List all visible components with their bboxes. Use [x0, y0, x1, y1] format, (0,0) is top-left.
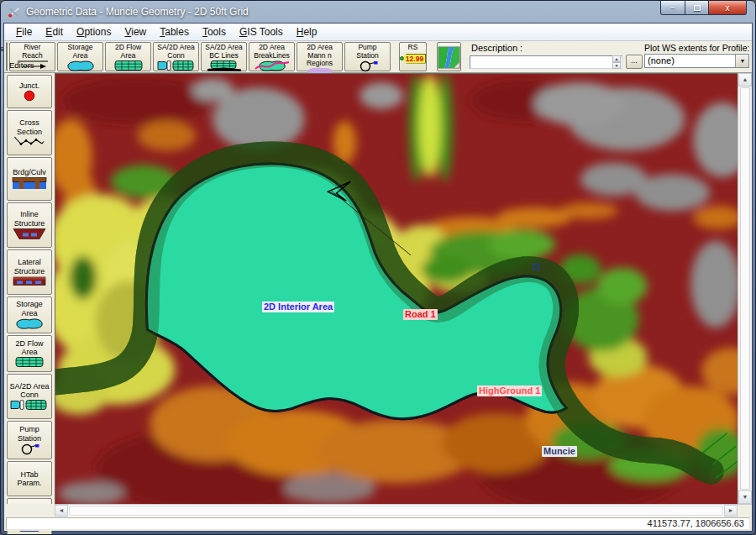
- sidebar-button-label: Pump Station: [18, 425, 41, 443]
- toolbar-button-label: Storage Area: [68, 44, 93, 60]
- description-label: Description :: [470, 42, 643, 54]
- toolbar-button-2d-flow-area[interactable]: 2D Flow Area: [105, 42, 151, 71]
- chevron-down-icon[interactable]: ▼: [735, 55, 748, 67]
- sidebar-button-2d-flow-area[interactable]: 2D Flow Area: [7, 335, 52, 372]
- toolbar-button-label: Pump Station: [356, 44, 378, 60]
- caption-buttons: – x: [660, 1, 747, 15]
- rs-value: 12.99: [403, 54, 426, 64]
- scroll-right-arrow[interactable]: ►: [724, 505, 738, 517]
- storage-area-icon: [63, 60, 98, 72]
- description-spinner[interactable]: ▲▼: [612, 55, 621, 66]
- toolbar-button-label: SA/2D Area BC Lines: [205, 44, 242, 60]
- sidebar-button-brdg-culv[interactable]: Brdg/Culv: [7, 157, 52, 201]
- corner-editors-label: Editors: [9, 60, 34, 70]
- sidebar-button-label: Brdg/Culv: [13, 168, 46, 176]
- junct-icon: [17, 90, 42, 102]
- title-bar: Geometric Data - Muncie Geometry - 2D 50…: [1, 1, 755, 23]
- description-expand-button[interactable]: ...: [626, 55, 643, 69]
- toolbar: Tools Editors River ReachStorage Area2D …: [4, 41, 752, 73]
- minimize-button[interactable]: –: [660, 1, 685, 15]
- toolbar-button-2d-breaklines[interactable]: 2D Area BreakLines: [249, 42, 295, 71]
- corner-tools-label: Tools: [0, 44, 3, 53]
- pump-station-icon: [351, 60, 385, 72]
- 2d-breaklines-icon: [254, 60, 291, 72]
- map-label-muncie: Muncie: [542, 446, 577, 457]
- toolbar-button-storage-area[interactable]: Storage Area: [57, 42, 103, 71]
- sidebar-button-label: Lateral Structure: [14, 258, 45, 275]
- vertical-scroll-thumb[interactable]: [740, 87, 750, 490]
- sidebar-button-label: 2D Flow Area: [15, 339, 43, 357]
- map-label-highground-1: HighGround 1: [477, 386, 542, 396]
- menu-item-gis-tools[interactable]: GIS Tools: [233, 24, 290, 39]
- pump-station-icon: [13, 443, 46, 455]
- maximize-button[interactable]: [685, 1, 709, 15]
- menu-item-options[interactable]: Options: [70, 24, 118, 39]
- scroll-down-arrow[interactable]: ▼: [738, 490, 752, 504]
- toolbar-buttons: River ReachStorage Area2D Flow AreaSA/2D…: [9, 42, 391, 71]
- rs-tag-icon: 12.99: [400, 54, 426, 64]
- sidebar-button-htab-param[interactable]: HTab Param.: [7, 461, 52, 496]
- sa2d-bc-lines-icon: [206, 60, 243, 72]
- app-window: Geometric Data - Muncie Geometry - 2D 50…: [0, 0, 756, 535]
- cross-section-icon: [13, 136, 45, 147]
- sidebar-button-pump-station[interactable]: Pump Station: [7, 421, 52, 459]
- sidebar-button-storage-area[interactable]: Storage Area: [7, 296, 52, 333]
- rs-button[interactable]: RS 12.99: [399, 42, 427, 71]
- profile-dropdown[interactable]: (none) ▼: [644, 54, 749, 68]
- inline-structure-icon: [12, 228, 47, 240]
- lateral-structure-icon: [12, 275, 47, 286]
- profile-label: Plot WS extents for Profile:: [644, 42, 749, 54]
- sidebar-button-sa2d-conn[interactable]: SA/2D Area Conn: [7, 374, 52, 419]
- scroll-left-arrow[interactable]: ◄: [55, 505, 68, 517]
- sidebar-button-label: SA/2D Area Conn: [9, 382, 49, 400]
- storage-area-icon: [12, 317, 47, 330]
- toolbar-button-label: 2D Area BreakLines: [254, 44, 290, 60]
- horizontal-scrollbar[interactable]: ◄ ►: [55, 504, 738, 517]
- toolbar-button-2d-mann-regions[interactable]: 2D Area Mann n Regions: [297, 42, 343, 71]
- sa2d-conn-icon: [156, 60, 197, 71]
- app-icon: [8, 6, 21, 18]
- 2d-flow-area-icon: [12, 356, 47, 368]
- maximize-icon: [694, 5, 701, 11]
- window-title: Geometric Data - Muncie Geometry - 2D 50…: [26, 6, 249, 18]
- sidebar: Junct.Cross SectionBrdg/CulvInline Struc…: [4, 73, 55, 504]
- sidebar-button-junct[interactable]: Junct.: [7, 75, 52, 108]
- sidebar-button-lateral-structure[interactable]: Lateral Structure: [7, 249, 52, 295]
- description-group: Description : ▲▼ ...: [470, 42, 643, 71]
- toolbar-button-label: SA/2D Area Conn: [157, 44, 194, 60]
- menu-bar: FileEditOptionsViewTablesToolsGIS ToolsH…: [4, 24, 752, 41]
- toolbar-button-label: 2D Area Mann n Regions: [307, 44, 333, 68]
- close-button[interactable]: x: [709, 1, 747, 15]
- map-canvas[interactable]: 2D Interior AreaRoad 1HighGround 1Muncie: [55, 73, 738, 504]
- background-map-button[interactable]: [437, 42, 461, 71]
- sidebar-button-label: Junct.: [19, 81, 39, 90]
- sidebar-button-inline-structure[interactable]: Inline Structure: [7, 202, 52, 248]
- toolbar-button-sa2d-bc-lines[interactable]: SA/2D Area BC Lines: [201, 42, 247, 71]
- coordinate-readout: 411573.77, 1806656.63: [6, 517, 750, 530]
- menu-item-file[interactable]: File: [9, 24, 39, 39]
- toolbar-button-pump-station[interactable]: Pump Station: [344, 42, 391, 71]
- menu-item-view[interactable]: View: [118, 24, 153, 39]
- scrollbar-spacer: [4, 504, 55, 517]
- menu-item-tools[interactable]: Tools: [196, 24, 233, 39]
- rs-label: RS: [408, 44, 418, 52]
- toolbar-button-label: River Reach: [22, 44, 43, 60]
- sidebar-button-cross-section[interactable]: Cross Section: [7, 110, 52, 155]
- horizontal-scrollbar-row: ◄ ►: [4, 504, 752, 517]
- status-bar: 411573.77, 1806656.63: [4, 517, 752, 531]
- horizontal-scroll-thumb[interactable]: [69, 506, 723, 516]
- tools-editors-corner[interactable]: Tools Editors: [6, 42, 8, 71]
- menu-item-edit[interactable]: Edit: [39, 24, 70, 39]
- profile-group: Plot WS extents for Profile: (none) ▼: [644, 42, 750, 71]
- menu-item-tables[interactable]: Tables: [153, 24, 196, 39]
- map-icon: [438, 46, 460, 69]
- menu-item-help[interactable]: Help: [290, 24, 324, 39]
- vertical-scrollbar[interactable]: ▲ ▼: [738, 73, 752, 504]
- sidebar-button-label: HTab Param.: [17, 470, 41, 488]
- sa2d-conn-icon: [9, 399, 50, 411]
- toolbar-button-sa2d-conn[interactable]: SA/2D Area Conn: [153, 42, 199, 71]
- scroll-up-arrow[interactable]: ▲: [738, 73, 752, 87]
- description-input[interactable]: [470, 55, 622, 69]
- map-label-interior-area: 2D Interior Area: [262, 302, 334, 312]
- toolbar-button-label: 2D Flow Area: [115, 44, 141, 60]
